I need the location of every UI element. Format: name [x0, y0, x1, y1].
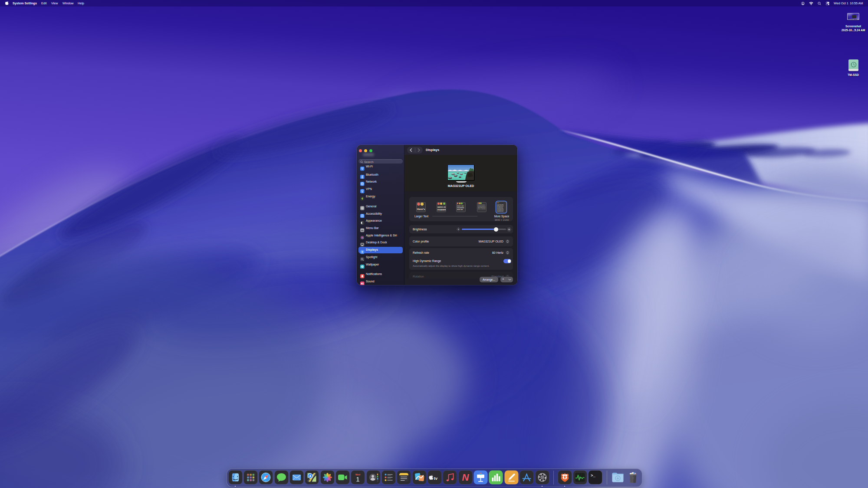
svg-text:tv: tv [434, 476, 438, 481]
svg-text:1: 1 [356, 475, 360, 483]
svg-text:>_: >_ [591, 474, 595, 478]
svg-text:N: N [462, 472, 469, 483]
